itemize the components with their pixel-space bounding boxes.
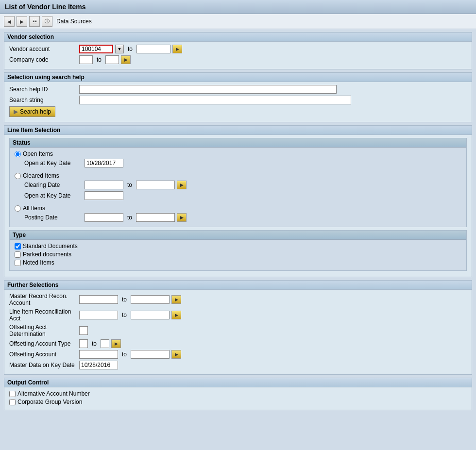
- standard-docs-row: Standard Documents: [15, 243, 461, 250]
- toolbar-btn-layout[interactable]: ☷: [29, 16, 40, 27]
- open-key-date-row: Open at Key Date: [24, 159, 461, 167]
- recon-account-input[interactable]: [79, 295, 118, 304]
- standard-docs-label: Standard Documents: [23, 243, 78, 250]
- offsetting-acct-input[interactable]: [79, 350, 118, 359]
- type-section: Type Standard Documents Parked documents…: [9, 230, 467, 271]
- posting-date-row: Posting Date to ▶: [24, 213, 461, 222]
- toolbar-btn-back[interactable]: ◀: [4, 16, 15, 27]
- datasources-label: Data Sources: [56, 18, 92, 25]
- standard-docs-checkbox[interactable]: [15, 243, 21, 250]
- search-help-button[interactable]: ▶ Search help: [9, 106, 55, 117]
- output-control-body: Alternative Account Number Corporate Gro…: [4, 387, 472, 410]
- cleared-items-radio[interactable]: [15, 173, 21, 179]
- offsetting-acct-type-row: Offsetting Account Type to ▶: [9, 339, 467, 348]
- recon-account-range-btn[interactable]: ▶: [171, 295, 181, 304]
- search-string-row: Search string: [9, 96, 467, 104]
- offsetting-acct-type-to-input[interactable]: [101, 339, 109, 348]
- company-range-btn[interactable]: ▶: [121, 55, 131, 64]
- cleared-key-date-input[interactable]: [85, 191, 123, 200]
- search-help-body: Search help ID Search string ▶ Search he…: [4, 82, 472, 122]
- offsetting-acct-label: Offsetting Account: [9, 351, 77, 358]
- open-items-row: Open Items: [15, 150, 461, 157]
- posting-date-label: Posting Date: [24, 214, 83, 221]
- master-data-key-date-input[interactable]: [79, 361, 118, 369]
- line-item-header: Line Item Selection: [4, 126, 472, 135]
- alt-acct-num-checkbox[interactable]: [9, 391, 16, 397]
- vendor-account-row: Vendor account ▼ to ▶: [9, 45, 467, 53]
- company-code-label: Company code: [9, 56, 77, 63]
- all-items-radio[interactable]: [15, 205, 21, 212]
- vendor-account-input[interactable]: [79, 45, 113, 53]
- vendor-to-label: to: [128, 46, 133, 52]
- open-key-date-label: Open at Key Date: [24, 160, 83, 167]
- all-items-label: All Items: [23, 205, 45, 212]
- search-help-id-input[interactable]: [79, 85, 337, 94]
- toolbar-btn-next[interactable]: ▶: [17, 16, 27, 27]
- search-help-header: Selection using search help: [4, 73, 472, 82]
- status-body: Open Items Open at Key Date Cleared Item…: [10, 148, 466, 227]
- company-code-to-input[interactable]: [105, 55, 119, 64]
- offsetting-acct-row: Offsetting Account to ▶: [9, 350, 467, 359]
- line-item-recon-label: Line Item Reconciliation Acct: [9, 308, 77, 322]
- clearing-to-label: to: [127, 182, 132, 188]
- parked-docs-row: Parked documents: [15, 251, 461, 258]
- vendor-account-picker[interactable]: ▼: [115, 45, 124, 53]
- offsetting-acct-range-btn[interactable]: ▶: [171, 350, 181, 359]
- company-code-row: Company code to ▶: [9, 55, 467, 64]
- corp-group-ver-checkbox[interactable]: [9, 399, 16, 405]
- alt-acct-num-row: Alternative Account Number: [9, 390, 467, 397]
- posting-range-btn[interactable]: ▶: [177, 213, 187, 222]
- toolbar-btn-info[interactable]: ⓘ: [42, 16, 52, 27]
- corp-group-ver-row: Corporate Group Version: [9, 399, 467, 405]
- noted-items-checkbox[interactable]: [15, 260, 21, 266]
- vendor-account-label: Vendor account: [9, 46, 77, 52]
- clearing-date-label: Clearing Date: [24, 182, 83, 188]
- clearing-range-btn[interactable]: ▶: [177, 181, 187, 189]
- open-items-label: Open Items: [23, 150, 53, 157]
- open-key-date-input[interactable]: [85, 159, 123, 167]
- clearing-date-to-input[interactable]: [136, 181, 175, 189]
- line-item-recon-input[interactable]: [79, 311, 118, 319]
- offsetting-acct-type-input[interactable]: [79, 339, 88, 348]
- company-code-input[interactable]: [79, 55, 93, 64]
- noted-items-label: Noted Items: [23, 259, 54, 266]
- further-selections-body: Master Record Recon. Account to ▶ Line I…: [4, 290, 472, 374]
- posting-date-to-input[interactable]: [136, 213, 175, 222]
- offsetting-acct-det-row: Offsetting Acct Determination: [9, 324, 467, 337]
- type-header: Type: [10, 231, 466, 240]
- master-data-key-date-row: Master Data on Key Date: [9, 361, 467, 369]
- parked-docs-checkbox[interactable]: [15, 251, 21, 258]
- clearing-date-input[interactable]: [85, 181, 123, 189]
- status-header: Status: [10, 138, 466, 148]
- open-items-radio[interactable]: [15, 151, 21, 157]
- vendor-selection-header: Vendor selection: [4, 33, 472, 42]
- toolbar: ◀ ▶ ☷ ⓘ Data Sources: [0, 14, 476, 29]
- corp-group-ver-label: Corporate Group Version: [17, 399, 82, 405]
- recon-account-to-input[interactable]: [131, 295, 170, 304]
- cleared-key-date-row: Open at Key Date: [24, 191, 461, 200]
- line-item-recon-range-btn[interactable]: ▶: [171, 311, 181, 319]
- company-to-label: to: [97, 56, 102, 63]
- title-bar: List of Vendor Line Items: [0, 0, 476, 14]
- vendor-account-to-input[interactable]: [136, 45, 170, 53]
- line-item-section: Line Item Selection Status Open Items Op…: [4, 125, 472, 277]
- posting-date-input[interactable]: [85, 213, 123, 222]
- line-item-recon-to-input[interactable]: [131, 311, 170, 319]
- posting-to-label: to: [127, 214, 132, 221]
- search-string-input[interactable]: [79, 96, 351, 104]
- search-help-btn-icon: ▶: [14, 108, 18, 115]
- page-title: List of Vendor Line Items: [5, 3, 85, 11]
- offsetting-acct-type-range-btn[interactable]: ▶: [111, 339, 121, 348]
- type-body: Standard Documents Parked documents Note…: [10, 240, 466, 270]
- recon-account-row: Master Record Recon. Account to ▶: [9, 293, 467, 306]
- master-data-key-date-label: Master Data on Key Date: [9, 362, 77, 368]
- output-control-section: Output Control Alternative Account Numbe…: [4, 378, 472, 410]
- offsetting-acct-det-input[interactable]: [79, 326, 88, 335]
- vendor-range-btn[interactable]: ▶: [172, 45, 182, 53]
- search-help-id-label: Search help ID: [9, 86, 77, 93]
- offsetting-acct-to-input[interactable]: [131, 350, 170, 359]
- search-help-btn-label: Search help: [20, 108, 51, 115]
- further-selections-header: Further Selections: [4, 281, 472, 290]
- search-help-id-row: Search help ID: [9, 85, 467, 94]
- output-control-header: Output Control: [4, 378, 472, 387]
